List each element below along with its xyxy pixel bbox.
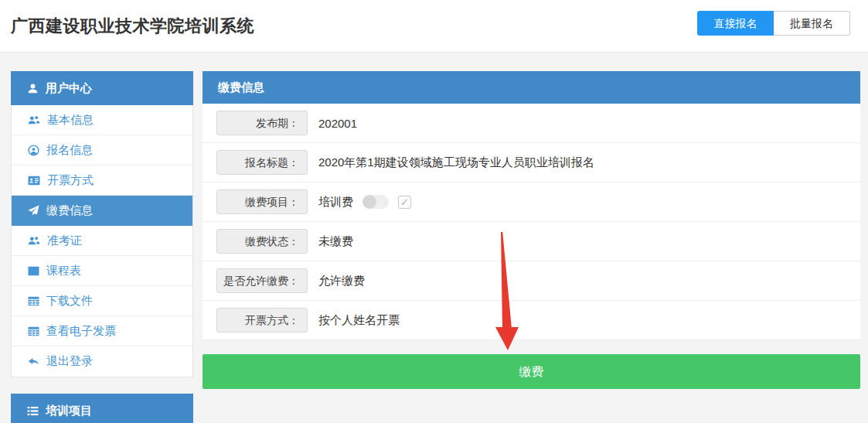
row-publish-period: 发布期： 202001 xyxy=(203,104,860,143)
site-title: 广西建设职业技术学院培训系统 xyxy=(11,15,254,38)
sidebar-item-course-schedule[interactable]: 课程表 xyxy=(12,256,192,286)
sidebar-item-label: 开票方式 xyxy=(47,173,94,188)
table-icon xyxy=(28,326,39,336)
sidebar-header-training-projects[interactable]: 培训项目 xyxy=(11,394,193,423)
sidebar-item-label: 查看电子发票 xyxy=(46,324,116,339)
sidebar-item-label: 报名信息 xyxy=(46,143,93,158)
sidebar-item-label: 下载文件 xyxy=(46,294,93,309)
row-payment-item: 缴费项目： 培训费 ✓ xyxy=(203,183,860,222)
sidebar-item-payment-info[interactable]: 缴费信息 xyxy=(12,196,192,226)
reply-icon xyxy=(28,356,39,367)
direct-signup-button[interactable]: 直接报名 xyxy=(697,11,774,36)
sidebar-item-admission-ticket[interactable]: 准考证 xyxy=(12,226,192,256)
row-registration-title: 报名标题： 2020年第1期建设领域施工现场专业人员职业培训报名 xyxy=(203,143,860,183)
publish-period-value: 202001 xyxy=(318,117,357,130)
invoice-method-label: 开票方式： xyxy=(216,308,308,333)
payment-item-toggle[interactable] xyxy=(363,195,389,209)
payment-item-label: 缴费项目： xyxy=(216,189,308,214)
sidebar-header-user-center: 用户中心 xyxy=(11,71,193,105)
sidebar-item-label: 退出登录 xyxy=(46,354,93,369)
top-header: 广西建设职业技术学院培训系统 直接报名 批量报名 xyxy=(0,0,868,53)
allow-payment-label: 是否允许缴费： xyxy=(216,268,308,293)
user-icon xyxy=(27,83,39,94)
payment-status-label: 缴费状态： xyxy=(216,229,308,254)
toggle-knob xyxy=(363,195,376,209)
sidebar-item-label: 基本信息 xyxy=(47,113,94,128)
sidebar-header-label: 用户中心 xyxy=(46,81,92,96)
main-content: 缴费信息 发布期： 202001 报名标题： 2020年第1期建设领域施工现场专… xyxy=(203,71,860,389)
payment-info-panel: 发布期： 202001 报名标题： 2020年第1期建设领域施工现场专业人员职业… xyxy=(203,104,860,340)
sidebar-item-label: 课程表 xyxy=(46,264,81,278)
sidebar-item-download-files[interactable]: 下载文件 xyxy=(12,286,192,316)
sidebar-item-logout[interactable]: 退出登录 xyxy=(12,346,192,377)
id-card-icon xyxy=(28,176,40,186)
batch-signup-button[interactable]: 批量报名 xyxy=(774,11,850,36)
payment-item-checkbox[interactable]: ✓ xyxy=(398,196,411,209)
registration-title-value: 2020年第1期建设领域施工现场专业人员职业培训报名 xyxy=(318,155,594,170)
pay-button[interactable]: 缴费 xyxy=(203,354,860,389)
sidebar-item-basic-info[interactable]: 基本信息 xyxy=(12,105,192,135)
sidebar: 用户中心 基本信息 报名信息 开票方式 缴费信息 xyxy=(11,71,193,423)
panel-title: 缴费信息 xyxy=(203,71,860,104)
sidebar-item-registration-info[interactable]: 报名信息 xyxy=(12,135,192,165)
sidebar-item-view-e-invoice[interactable]: 查看电子发票 xyxy=(12,316,192,346)
sidebar-header-label: 培训项目 xyxy=(46,404,92,418)
users-icon xyxy=(28,114,40,125)
publish-period-label: 发布期： xyxy=(216,111,308,135)
row-payment-status: 缴费状态： 未缴费 xyxy=(203,222,860,261)
row-invoice-method: 开票方式： 按个人姓名开票 xyxy=(203,301,860,340)
payment-item-value: 培训费 xyxy=(318,195,353,210)
allow-payment-value: 允许缴费 xyxy=(318,274,365,288)
registration-title-label: 报名标题： xyxy=(216,150,308,175)
row-allow-payment: 是否允许缴费： 允许缴费 xyxy=(203,261,860,301)
users-icon xyxy=(28,235,40,246)
payment-status-value: 未缴费 xyxy=(318,234,353,249)
user-circle-icon xyxy=(28,145,39,156)
signup-button-group: 直接报名 批量报名 xyxy=(697,11,850,36)
sidebar-menu: 基本信息 报名信息 开票方式 缴费信息 准考证 xyxy=(11,105,193,377)
sidebar-item-invoice-method[interactable]: 开票方式 xyxy=(12,165,192,196)
sidebar-item-label: 准考证 xyxy=(47,234,82,248)
invoice-method-value: 按个人姓名开票 xyxy=(318,313,400,328)
page: { "header": { "title": "广西建设职业技术学院培训系统",… xyxy=(0,0,868,423)
sidebar-item-label: 缴费信息 xyxy=(46,203,93,218)
table-icon xyxy=(28,296,39,306)
list-icon xyxy=(27,406,39,416)
paper-plane-icon xyxy=(28,205,39,217)
table-icon xyxy=(28,266,39,276)
